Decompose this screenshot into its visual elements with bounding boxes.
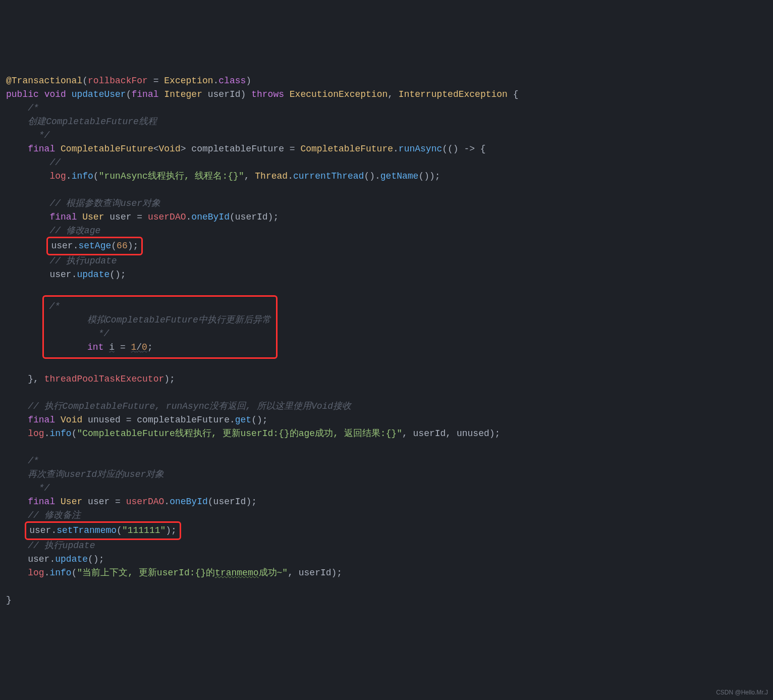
dot: . (44, 568, 50, 578)
variable: user (51, 241, 73, 251)
arg: userId (235, 212, 268, 222)
equals: = (148, 76, 164, 86)
log-field: log (28, 568, 44, 578)
public-keyword: public (6, 89, 39, 99)
lparen: ( (117, 525, 122, 535)
named-arg: rollbackFor (88, 76, 148, 86)
watermark: CSDN @Hello.Mr.J (716, 688, 768, 697)
slash: / (136, 342, 142, 352)
number: 1 (131, 342, 136, 352)
equals: = (132, 212, 148, 222)
close: ); (246, 497, 257, 507)
dot: . (186, 212, 192, 222)
log-field: log (28, 428, 44, 439)
gt: > (181, 144, 192, 154)
lparen: ( (82, 76, 88, 86)
method-call: oneById (170, 497, 208, 507)
type: CompletableFuture (300, 144, 393, 154)
dot: . (72, 270, 77, 280)
rparen: ) (246, 76, 251, 86)
variable: unused (88, 415, 121, 425)
final-keyword: final (28, 144, 55, 154)
number-literal: 66 (117, 241, 128, 251)
dot: . (213, 76, 219, 86)
block-comment-open: /* (49, 301, 60, 311)
rparen: ) (241, 89, 252, 99)
number: 0 (142, 342, 147, 352)
dot: . (73, 241, 79, 251)
method-call: oneById (191, 212, 230, 222)
method-call: runAsync (399, 144, 442, 154)
type: Void (61, 415, 82, 425)
annotation: @Transactional (6, 76, 82, 86)
lparen: ( (208, 497, 213, 507)
arg: userId (299, 568, 332, 578)
void-keyword: void (44, 89, 66, 99)
lambda-open: (() -> { (442, 144, 485, 154)
lparen: ( (93, 171, 99, 181)
exception-type: InterruptedException (399, 89, 508, 99)
thread-type: Thread (255, 171, 288, 181)
type: User (82, 212, 104, 222)
comma: , (244, 171, 255, 181)
line-comment: // 修改age (49, 226, 100, 236)
string-literal: "当前上下文, 更新userId:{}的 (77, 568, 215, 578)
exception-type: ExecutionException (290, 89, 388, 99)
lparen: ( (230, 212, 235, 222)
lt: < (153, 144, 159, 154)
param-name: userId (208, 89, 241, 99)
close: (); (109, 270, 126, 280)
method-call: info (72, 171, 93, 181)
log-field: log (49, 171, 66, 181)
comma: , (402, 428, 413, 439)
dot: . (44, 428, 50, 439)
method-call: update (77, 270, 109, 280)
highlight-box-setage: user.setAge(66); (46, 237, 143, 255)
method-call: info (49, 568, 71, 578)
close: ); (165, 525, 177, 535)
close: ); (164, 374, 175, 384)
dot: . (230, 415, 235, 425)
close: (); (88, 554, 104, 564)
method-call: get (235, 415, 251, 425)
dot: . (288, 171, 293, 181)
type: User (61, 497, 82, 507)
equals: = (121, 415, 137, 425)
method-call: info (49, 428, 71, 439)
int-keyword: int (87, 342, 103, 352)
variable-i: i (109, 342, 115, 352)
final-keyword: final (49, 212, 77, 222)
block-comment-close: */ (33, 483, 49, 493)
block-comment-close: */ (93, 329, 109, 339)
close-brace: } (6, 595, 12, 605)
equals: = (115, 342, 131, 352)
line-comment: // 根据参数查询user对象 (49, 198, 160, 208)
dot: . (66, 171, 72, 181)
final-keyword: final (132, 89, 159, 99)
line-comment: // 执行update (28, 541, 95, 551)
throws-keyword: throws (251, 89, 284, 99)
close: ); (268, 212, 279, 222)
close: ); (128, 241, 139, 251)
highlight-box-settranmemo: user.setTranmemo("111111"); (25, 521, 181, 540)
method-call: setTranmemo (57, 525, 117, 535)
highlight-box-exception: /* 模拟CompletableFuture中执行更新后异常 */ int i … (42, 295, 278, 359)
variable: completableFuture (137, 415, 230, 425)
method-call: currentThread (293, 171, 364, 181)
line-comment: // 修改备注 (28, 510, 80, 520)
variable: user (29, 525, 51, 535)
type-param: Void (159, 144, 181, 154)
typo-text: tranmemo (215, 568, 258, 578)
dot: . (393, 144, 399, 154)
string-literal: "111111" (122, 525, 165, 535)
semicolon: ; (147, 342, 153, 352)
dao-field: userDAO (148, 212, 186, 222)
line-comment: // 执行CompletableFuture, runAsync没有返回, 所以… (28, 401, 351, 411)
parens-dot: (). (364, 171, 380, 181)
variable: completableFuture (191, 144, 284, 154)
type: CompletableFuture (61, 144, 153, 154)
executor-field: threadPoolTaskExecutor (44, 374, 164, 384)
block-comment-close: */ (33, 130, 49, 140)
string-literal: "runAsync线程执行, 线程名:{}" (99, 171, 244, 181)
close: (); (251, 415, 267, 425)
